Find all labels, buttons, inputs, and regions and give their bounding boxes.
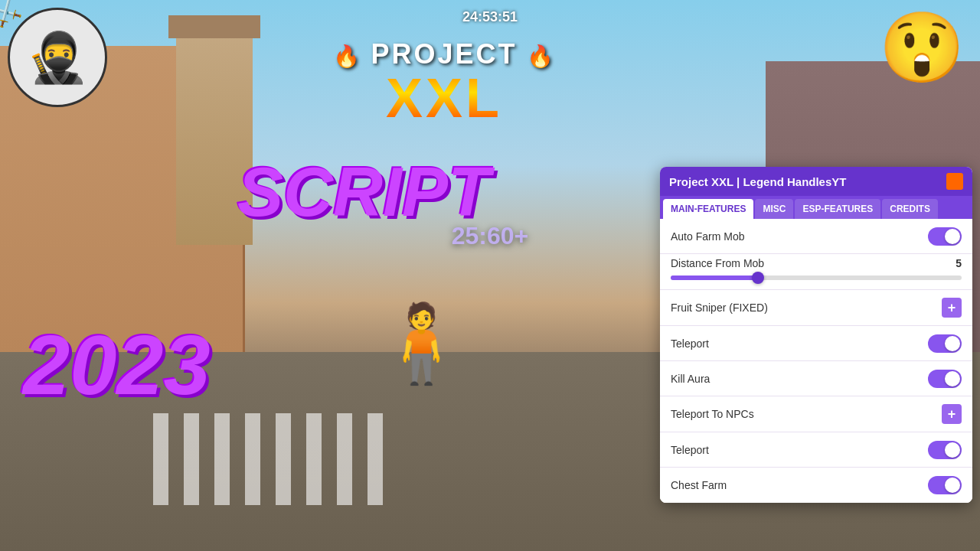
plus-btn-teleport-npcs[interactable]: + (942, 404, 962, 424)
toggle-teleport-2[interactable] (928, 441, 962, 459)
slider-track-distance[interactable] (671, 276, 962, 280)
toggle-chest-farm[interactable] (928, 476, 962, 494)
panel-content: Auto Farm Mob Distance From Mob 5 Fruit … (660, 219, 972, 503)
feature-row-teleport-2: Teleport (660, 432, 972, 468)
tab-esp-features[interactable]: ESP-FEATURES (795, 199, 880, 219)
panel-close-button[interactable] (946, 173, 963, 190)
feature-label-kill-aura: Kill Aura (671, 373, 710, 385)
slider-fill-distance (671, 276, 758, 280)
game-timer: 24:53:51 (462, 9, 518, 25)
plus-btn-fruit-sniper[interactable]: + (942, 298, 962, 318)
slider-header-distance: Distance From Mob 5 (671, 257, 962, 269)
tab-misc[interactable]: MISC (755, 199, 793, 219)
ninja-circle: 🥷 (8, 8, 107, 107)
feature-label-distance: Distance From Mob (671, 257, 764, 269)
feature-row-teleport-1: Teleport (660, 326, 972, 361)
panel-title: Project XXL | Legend HandlesYT (669, 175, 846, 188)
toggle-teleport-1[interactable] (928, 334, 962, 353)
panel-header: Project XXL | Legend HandlesYT (660, 167, 972, 196)
feature-label-teleport-2: Teleport (671, 444, 709, 456)
game-character: 🧍 (368, 298, 475, 452)
logo-project-text: 🔥 PROJECT 🔥 (237, 38, 651, 70)
shocked-emoji: 😲 (879, 8, 965, 88)
slider-value-distance: 5 (956, 257, 962, 269)
feature-label-teleport-1: Teleport (671, 337, 709, 350)
script-title-text: SCRIPT (237, 153, 490, 232)
year-text: 2023 (23, 316, 211, 413)
feature-label-auto-farm: Auto Farm Mob (671, 230, 744, 243)
feature-row-fruit-sniper: Fruit Sniper (FIXED) + (660, 290, 972, 326)
logo-xxl-text: XXL (237, 70, 651, 126)
feature-label-chest-farm: Chest Farm (671, 479, 727, 491)
panel-tabs: MAIN-FEATURES MISC ESP-FEATURES CREDITS (660, 196, 972, 219)
toggle-kill-aura[interactable] (928, 370, 962, 388)
tab-main-features[interactable]: MAIN-FEATURES (663, 199, 753, 219)
feature-row-kill-aura: Kill Aura (660, 361, 972, 396)
toggle-auto-farm[interactable] (928, 227, 962, 246)
script-panel: Project XXL | Legend HandlesYT MAIN-FEAT… (660, 167, 972, 503)
feature-label-teleport-npcs: Teleport To NPCs (671, 408, 754, 420)
feature-row-teleport-npcs: Teleport To NPCs + (660, 396, 972, 432)
feature-row-distance: Distance From Mob 5 (660, 254, 972, 290)
slider-thumb-distance[interactable] (752, 272, 764, 284)
logo-area: 🔥 PROJECT 🔥 XXL (237, 38, 651, 126)
tab-credits[interactable]: CREDITS (882, 199, 938, 219)
feature-label-fruit-sniper: Fruit Sniper (FIXED) (671, 302, 768, 314)
feature-row-auto-farm: Auto Farm Mob (660, 219, 972, 254)
bg-tower-top (168, 15, 260, 38)
feature-row-chest-farm: Chest Farm (660, 468, 972, 503)
ninja-icon: 🥷 ⚔️ (8, 8, 130, 130)
